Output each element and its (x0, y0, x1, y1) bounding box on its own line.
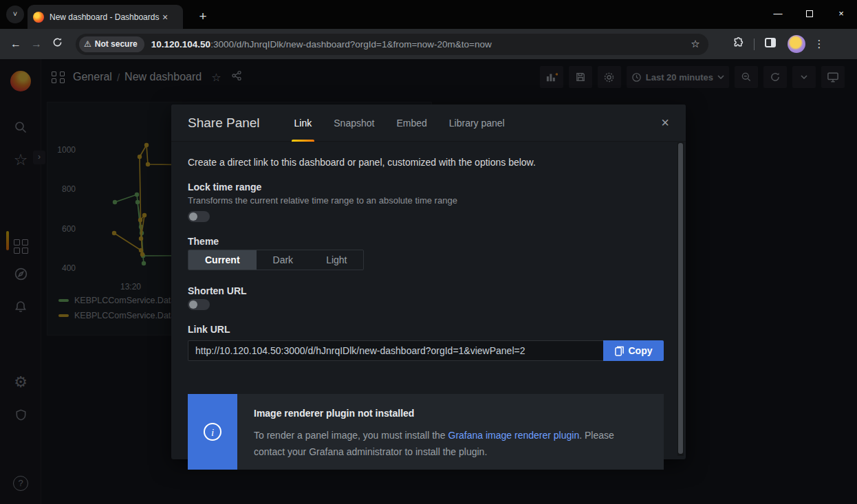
security-badge[interactable]: ⚠ Not secure (79, 36, 144, 52)
forward-button[interactable]: → (26, 34, 47, 54)
alert-title: Image renderer plugin not installed (254, 408, 647, 419)
copy-button[interactable]: Copy (603, 340, 664, 361)
share-description: Create a direct link to this dashboard o… (188, 157, 664, 168)
modal-header: Share Panel Link Snapshot Embed Library … (171, 105, 686, 142)
new-tab-button[interactable]: + (193, 7, 213, 26)
reload-button[interactable] (47, 34, 67, 54)
window-minimize-button[interactable]: — (762, 0, 794, 28)
link-url-label: Link URL (188, 324, 664, 335)
clipboard-icon (615, 346, 624, 356)
bookmark-star-icon[interactable]: ☆ (686, 38, 704, 50)
renderer-plugin-link[interactable]: Grafana image renderer plugin (448, 430, 580, 441)
tab-search-button[interactable]: ˅ (6, 6, 24, 23)
browser-titlebar: ˅ New dashboard - Dashboards × + — × (0, 0, 857, 29)
shorten-url-toggle[interactable] (188, 299, 210, 310)
toolbar-divider (754, 39, 755, 50)
browser-tab[interactable]: New dashboard - Dashboards × (28, 5, 183, 29)
lock-time-range-toggle[interactable] (188, 211, 210, 222)
theme-label: Theme (188, 236, 664, 247)
url-host: 10.120.104.50 (151, 39, 210, 50)
puzzle-icon (733, 37, 744, 49)
side-panel-button[interactable] (760, 38, 781, 50)
browser-menu-button[interactable]: ⋮ (811, 38, 827, 50)
url-text: 10.120.104.50:3000/d/hJnrqIDlk/new-dashb… (151, 39, 686, 50)
link-url-row: Copy (188, 340, 664, 361)
tab-close-icon[interactable]: × (162, 12, 168, 23)
renderer-alert: i Image renderer plugin not installed To… (188, 394, 664, 470)
back-button[interactable]: ← (6, 34, 26, 54)
grafana-favicon-icon (33, 12, 44, 23)
warning-icon: ⚠ (84, 39, 91, 49)
browser-toolbar: ← → ⚠ Not secure 10.120.104.50:3000/d/hJ… (0, 29, 857, 59)
url-bar[interactable]: ⚠ Not secure 10.120.104.50:3000/d/hJnrqI… (76, 34, 708, 55)
tab-embed[interactable]: Embed (393, 105, 429, 142)
info-icon: i (204, 423, 221, 441)
copy-button-label: Copy (629, 345, 653, 356)
alert-body: To render a panel image, you must instal… (254, 427, 647, 460)
theme-option-current[interactable]: Current (188, 250, 257, 270)
modal-close-icon[interactable]: × (661, 115, 669, 131)
side-panel-icon (765, 38, 776, 47)
modal-title: Share Panel (188, 116, 260, 131)
lock-time-range-help: Transforms the current relative time ran… (188, 195, 664, 206)
alert-icon-panel: i (188, 394, 237, 470)
modal-scrollbar-thumb[interactable] (678, 143, 683, 454)
modal-body: Create a direct link to this dashboard o… (171, 142, 686, 470)
url-path: :3000/d/hJnrqIDlk/new-dashboard?orgId=1&… (210, 39, 492, 50)
reload-icon (52, 37, 63, 47)
theme-option-light[interactable]: Light (310, 250, 363, 270)
lock-time-range-label: Lock time range (188, 182, 664, 193)
theme-option-dark[interactable]: Dark (257, 250, 310, 270)
shorten-url-label: Shorten URL (188, 285, 664, 296)
alert-content: Image renderer plugin not installed To r… (237, 394, 664, 470)
link-url-input[interactable] (188, 340, 603, 361)
tab-title: New dashboard - Dashboards (50, 12, 160, 22)
tab-snapshot[interactable]: Snapshot (331, 105, 377, 142)
window-close-button[interactable]: × (825, 0, 857, 28)
grafana-page: ☆ ⚙ ? › General / (0, 59, 857, 504)
browser-profile-avatar[interactable] (788, 35, 805, 53)
window-maximize-button[interactable] (794, 0, 825, 28)
tab-library-panel[interactable]: Library panel (446, 105, 508, 142)
theme-radio-group: Current Dark Light (188, 250, 364, 270)
tab-link[interactable]: Link (292, 105, 315, 142)
extensions-button[interactable] (728, 37, 748, 52)
share-panel-modal: Share Panel Link Snapshot Embed Library … (171, 105, 686, 459)
